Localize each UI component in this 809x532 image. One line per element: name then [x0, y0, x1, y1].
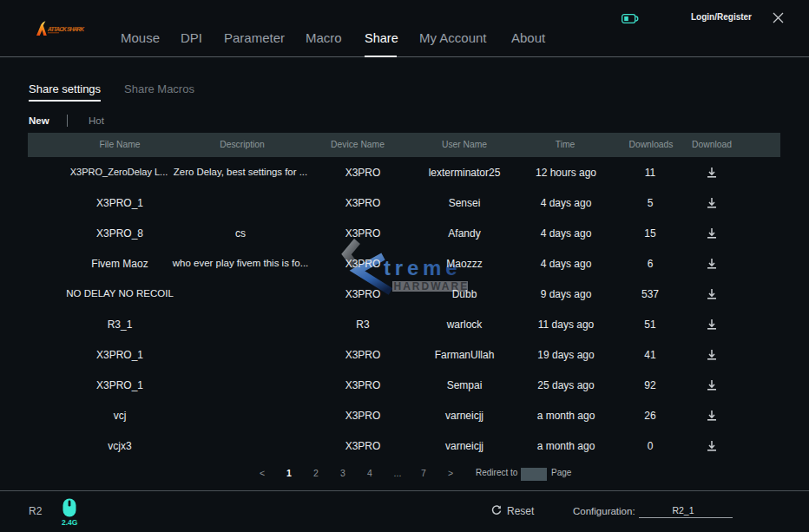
svg-text:ATTACK SHARK: ATTACK SHARK: [47, 26, 85, 32]
